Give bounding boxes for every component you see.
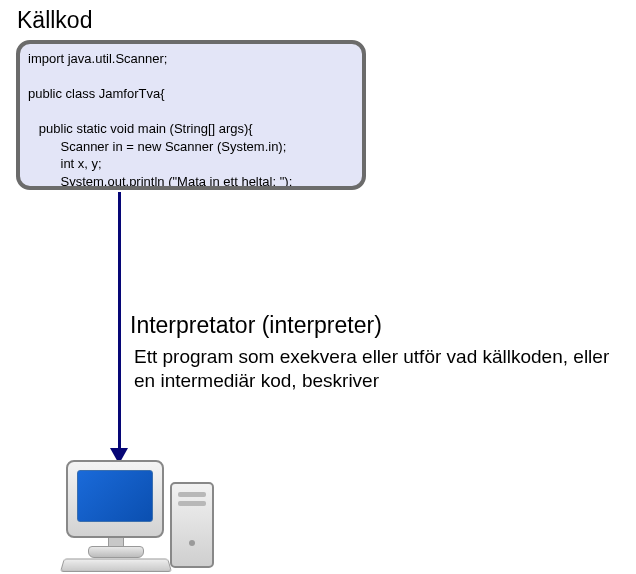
- source-code-title: Källkod: [17, 7, 92, 34]
- tower-icon: [170, 482, 214, 568]
- computer-icon: [60, 460, 230, 570]
- monitor-icon: [66, 460, 164, 538]
- monitor-stand-base: [88, 546, 144, 558]
- keyboard-icon: [60, 559, 172, 572]
- source-code-box: import java.util.Scanner; public class J…: [16, 40, 366, 190]
- interpreter-description: Ett program som exekvera eller utför vad…: [134, 345, 614, 393]
- flow-arrow-line: [118, 192, 121, 450]
- interpreter-heading: Interpretator (interpreter): [130, 312, 382, 339]
- screen-icon: [77, 470, 153, 522]
